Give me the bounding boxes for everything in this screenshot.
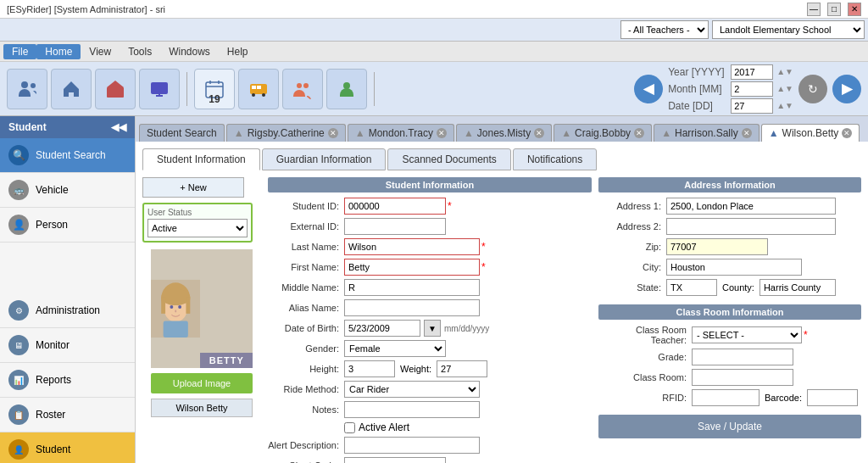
alert-desc-input[interactable] (344, 437, 480, 454)
sidebar-nav-student[interactable]: 👤 Student (0, 432, 135, 463)
tab-mondon-tracy[interactable]: ▲ Mondon.Tracy ✕ (348, 124, 454, 142)
tab-close-craig[interactable]: ✕ (634, 128, 644, 138)
tab-wilson-betty[interactable]: ▲ Wilson.Betty ✕ (761, 124, 860, 142)
svg-rect-24 (161, 297, 165, 313)
sidebar-nav-administration[interactable]: ⚙ Administration (0, 293, 135, 328)
county-input[interactable] (760, 279, 836, 296)
active-alert-checkbox[interactable] (344, 422, 355, 433)
state-input[interactable] (666, 279, 717, 296)
sidebar-nav-reports[interactable]: 📊 Reports (0, 363, 135, 398)
title-bar: [ESyRider] [System Administrator] - sri … (0, 0, 868, 19)
student-id-label: Student ID: (268, 201, 344, 211)
menu-file[interactable]: File (3, 44, 36, 59)
svg-point-18 (303, 83, 309, 88)
sub-tab-guardian-info[interactable]: Guardian Information (262, 148, 387, 170)
menu-windows[interactable]: Windows (160, 44, 219, 59)
new-button[interactable]: + New (142, 177, 244, 198)
year-label: Year [YYYY] (668, 66, 727, 78)
maximize-button[interactable]: □ (827, 3, 841, 16)
refresh-button[interactable]: ↻ (798, 75, 827, 103)
status-group: User Status Active Inactive (142, 203, 253, 243)
weight-input[interactable] (437, 360, 487, 377)
status-group-label: User Status (147, 208, 248, 217)
year-input[interactable] (731, 64, 773, 80)
next-date-button[interactable]: ▶ (832, 75, 861, 103)
sidebar-item-person[interactable]: 👤 Person (0, 208, 135, 243)
dob-calendar-button[interactable]: ▼ (424, 320, 441, 337)
city-label: City: (598, 262, 666, 272)
students-toolbar-icon[interactable] (7, 69, 47, 109)
sidebar-nav-roster[interactable]: 📋 Roster (0, 398, 135, 432)
month-input[interactable] (731, 81, 773, 97)
barcode-label: Barcode: (765, 393, 802, 403)
tab-jones-misty[interactable]: ▲ Jones.Misty ✕ (456, 124, 552, 142)
day-input[interactable] (731, 98, 773, 114)
save-update-button[interactable]: Save / Update (598, 415, 861, 438)
home-toolbar-icon[interactable] (51, 69, 92, 109)
tab-student-search[interactable]: Student Search (139, 124, 225, 142)
menu-tools[interactable]: Tools (120, 44, 160, 59)
classroom-input[interactable] (692, 369, 793, 386)
sidebar-collapse-icon[interactable]: ◀◀ (111, 121, 126, 133)
calendar-toolbar-icon[interactable]: 19 (194, 69, 235, 109)
dob-row: Date of Birth: ▼ mm/dd/yyyy (268, 320, 592, 337)
minimize-button[interactable]: — (807, 3, 821, 16)
ride-method-select[interactable]: Car Rider Bus Walker (344, 381, 480, 398)
tab-close-jones[interactable]: ✕ (534, 128, 544, 138)
sidebar-item-vehicle[interactable]: 🚌 Vehicle (0, 173, 135, 208)
monitor-toolbar-icon[interactable] (139, 69, 180, 109)
address1-input[interactable] (666, 198, 836, 215)
dob-input[interactable] (344, 320, 420, 337)
grade-input[interactable] (692, 349, 793, 365)
school-dropdown[interactable]: Landolt Elementary School (712, 20, 865, 39)
tab-close-rigsby[interactable]: ✕ (328, 128, 338, 138)
first-name-input[interactable] (344, 259, 480, 276)
menu-home[interactable]: Home (36, 44, 81, 59)
gender-select[interactable]: Female Male (344, 340, 446, 357)
city-input[interactable] (666, 259, 802, 276)
student-search-icon: 🔍 (8, 145, 29, 165)
address2-input[interactable] (666, 218, 836, 235)
people-toolbar-icon[interactable] (282, 69, 323, 109)
last-name-input[interactable] (344, 238, 480, 255)
sub-tab-student-info[interactable]: Student Information (142, 148, 260, 170)
teachers-dropdown[interactable]: - All Teachers - (620, 20, 709, 39)
top-bar-right: - All Teachers - Landolt Elementary Scho… (0, 19, 868, 42)
height-label: Height: (268, 364, 344, 374)
sidebar-nav-monitor[interactable]: 🖥 Monitor (0, 328, 135, 363)
notes-input[interactable] (344, 401, 480, 418)
svg-point-16 (262, 93, 265, 97)
rfid-input[interactable] (692, 389, 760, 406)
tab-rigsby-catherine[interactable]: ▲ Rigsby.Catherine ✕ (226, 124, 346, 142)
status-select[interactable]: Active Inactive (147, 219, 248, 237)
close-button[interactable]: ✕ (848, 3, 861, 16)
photo-name-overlay: BETTY (200, 353, 253, 368)
sidebar-nav-items: ⚙ Administration 🖥 Monitor 📊 Reports 📋 R… (0, 293, 135, 463)
menu-view[interactable]: View (81, 44, 120, 59)
tab-close-mondon[interactable]: ✕ (437, 128, 447, 138)
student-id-row: Student ID: * (268, 198, 592, 215)
tab-close-wilson[interactable]: ✕ (842, 128, 852, 138)
sidebar-nav-label-roster: Roster (36, 409, 65, 421)
person-toolbar-icon[interactable] (326, 69, 367, 109)
prev-date-button[interactable]: ◀ (634, 75, 663, 103)
tab-close-harrison[interactable]: ✕ (742, 128, 752, 138)
sub-tab-notifications[interactable]: Notifications (513, 148, 597, 170)
alias-name-input[interactable] (344, 299, 480, 316)
student-id-input[interactable] (344, 198, 446, 215)
short-code-input[interactable] (344, 457, 446, 463)
barcode-input[interactable] (807, 389, 858, 406)
teacher-select[interactable]: - SELECT - (692, 326, 802, 343)
external-id-input[interactable] (344, 218, 446, 235)
sidebar-item-student-search[interactable]: 🔍 Student Search (0, 138, 135, 173)
sub-tab-scanned-docs[interactable]: Scanned Documents (387, 148, 510, 170)
zip-input[interactable] (666, 238, 768, 255)
school-toolbar-icon[interactable] (95, 69, 136, 109)
menu-help[interactable]: Help (219, 44, 257, 59)
upload-image-button[interactable]: Upload Image (151, 373, 253, 393)
tab-craig-bobby[interactable]: ▲ Craig.Bobby ✕ (554, 124, 652, 142)
middle-name-input[interactable] (344, 279, 480, 296)
tab-harrison-sally[interactable]: ▲ Harrison.Sally ✕ (654, 124, 760, 142)
bus-toolbar-icon[interactable] (238, 69, 279, 109)
height-input[interactable] (344, 360, 395, 377)
